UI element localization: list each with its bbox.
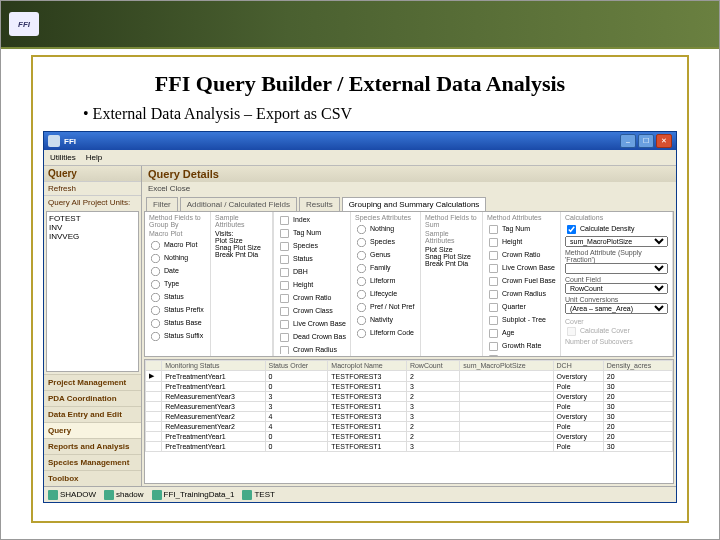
results-grid[interactable]: Monitoring StatusStatus OrderMacroplot N…: [144, 359, 674, 484]
unit-item[interactable]: INVVEG: [49, 232, 136, 241]
project-units-list[interactable]: FOTESTINVINVVEG: [46, 211, 139, 372]
statusbar-item[interactable]: FFI_TrainingData_1: [152, 490, 235, 500]
tab-results[interactable]: Results: [299, 197, 340, 211]
field-tag-num[interactable]: Tag Num: [487, 223, 556, 236]
tab-additional-calculated-fields[interactable]: Additional / Calculated Fields: [180, 197, 297, 211]
field-height[interactable]: Height: [487, 236, 556, 249]
tab-filter[interactable]: Filter: [146, 197, 178, 211]
unit-item[interactable]: INV: [49, 223, 136, 232]
col-header[interactable]: sum_MacroPlotSize: [460, 361, 553, 371]
col-header[interactable]: Macroplot Name: [328, 361, 407, 371]
menu-utilities[interactable]: Utilities: [50, 153, 76, 162]
db-icon: [242, 490, 252, 500]
field-height[interactable]: Height: [278, 279, 346, 292]
minimize-button[interactable]: –: [620, 134, 636, 148]
field-nativity[interactable]: Nativity: [355, 314, 416, 327]
field-live-crown-base-ht[interactable]: Live Crown Base Ht: [487, 262, 556, 275]
field-nothing[interactable]: Nothing: [149, 252, 206, 265]
statusbar-item[interactable]: SHADOW: [48, 490, 96, 500]
calc-macroplot-select[interactable]: sum_MacroPlotSize: [565, 236, 668, 247]
calc-cover-check[interactable]: Calculate Cover: [565, 325, 668, 338]
col-header[interactable]: Monitoring Status: [162, 361, 265, 371]
statusbar-item[interactable]: shadow: [104, 490, 144, 500]
col-header[interactable]: Status Order: [265, 361, 328, 371]
calc-head: Calculations: [565, 214, 668, 221]
field-status[interactable]: Status: [278, 253, 346, 266]
field-dead-crown-base-ht[interactable]: Dead Crown Base Ht: [278, 331, 346, 344]
field-species[interactable]: Species: [278, 240, 346, 253]
unit-item[interactable]: FOTEST: [49, 214, 136, 223]
sidebar-nav-project-management[interactable]: Project Management: [44, 374, 141, 390]
field-lifeform[interactable]: Lifeform: [355, 275, 416, 288]
titlebar[interactable]: FFI – ☐ ✕: [44, 132, 676, 150]
table-row[interactable]: ▶PreTreatmentYear10TESTFOREST32Overstory…: [146, 371, 673, 382]
field-crown-fuel-base-ht[interactable]: Crown Fuel Base Ht: [487, 275, 556, 288]
field-macro-plot[interactable]: Macro Plot: [149, 239, 206, 252]
field-crown-radius[interactable]: Crown Radius: [487, 288, 556, 301]
main-toolbar[interactable]: Excel Close: [142, 182, 676, 195]
sidebar-nav-pda-coordination[interactable]: PDA Coordination: [44, 390, 141, 406]
table-row[interactable]: ReMeasurementYear24TESTFOREST33Overstory…: [146, 412, 673, 422]
field-genus[interactable]: Genus: [355, 249, 416, 262]
field-date[interactable]: Date: [149, 265, 206, 278]
field-dbh[interactable]: DBH: [278, 266, 346, 279]
field-family[interactable]: Family: [355, 262, 416, 275]
field-status-prefix[interactable]: Status Prefix: [149, 304, 206, 317]
col-header[interactable]: Density_acres: [603, 361, 672, 371]
field-quarter[interactable]: Quarter: [487, 301, 556, 314]
field-status[interactable]: Status: [149, 291, 206, 304]
sum-meta: Snag Plot Size: [425, 253, 478, 260]
field-status-base[interactable]: Status Base: [149, 317, 206, 330]
sum-head: Method Fields to Sum: [425, 214, 478, 228]
col-header[interactable]: [146, 361, 162, 371]
col-header[interactable]: RowCount: [406, 361, 459, 371]
field-growth-rate[interactable]: Growth Rate: [487, 340, 556, 353]
field-species[interactable]: Species: [355, 236, 416, 249]
statusbar: SHADOWshadowFFI_TrainingData_1TEST: [44, 486, 676, 502]
statusbar-item[interactable]: TEST: [242, 490, 274, 500]
field-pref-not-pref[interactable]: Pref / Not Pref: [355, 301, 416, 314]
field-crown-ratio[interactable]: Crown Ratio: [278, 292, 346, 305]
sidebar-nav-data-entry-and-edit[interactable]: Data Entry and Edit: [44, 406, 141, 422]
db-icon: [104, 490, 114, 500]
calc-area-select[interactable]: (Area – same_Area): [565, 303, 668, 314]
table-row[interactable]: ReMeasurementYear33TESTFOREST32Overstory…: [146, 392, 673, 402]
sum-meta: Plot Size: [425, 246, 478, 253]
field-age[interactable]: Age: [487, 327, 556, 340]
sidebar-nav-species-management[interactable]: Species Management: [44, 454, 141, 470]
calc-count-select[interactable]: RowCount: [565, 283, 668, 294]
field-status-suffix[interactable]: Status Suffix: [149, 330, 206, 343]
field-index[interactable]: Index: [278, 214, 346, 227]
table-row[interactable]: PreTreatmentYear10TESTFOREST13Pole30: [146, 442, 673, 452]
table-row[interactable]: ReMeasurementYear33TESTFOREST13Pole30: [146, 402, 673, 412]
field-crown-class[interactable]: Crown Class: [278, 305, 346, 318]
sidebar-nav-toolbox[interactable]: Toolbox: [44, 470, 141, 486]
species-head: Species Attributes: [355, 214, 416, 221]
field-crown-radius[interactable]: Crown Radius: [278, 344, 346, 354]
menubar: Utilities Help: [44, 150, 676, 166]
refresh-link[interactable]: Refresh: [44, 181, 141, 195]
sidebar-nav-query[interactable]: Query: [44, 422, 141, 438]
field-tag-num[interactable]: Tag Num: [278, 227, 346, 240]
field-ladder-bri[interactable]: Ladder BRI: [487, 353, 556, 356]
field-lifeform-code[interactable]: Lifeform Code: [355, 327, 416, 340]
calc-supply-select[interactable]: [565, 263, 668, 274]
table-row[interactable]: PreTreatmentYear10TESTFOREST13Pole30: [146, 382, 673, 392]
menu-help[interactable]: Help: [86, 153, 102, 162]
field-subplot-tree[interactable]: Subplot - Tree: [487, 314, 556, 327]
table-row[interactable]: PreTreatmentYear10TESTFOREST12Overstory2…: [146, 432, 673, 442]
field-lifecycle[interactable]: Lifecycle: [355, 288, 416, 301]
col-header[interactable]: DCH: [553, 361, 603, 371]
field-nothing[interactable]: Nothing: [355, 223, 416, 236]
calc-density-check[interactable]: Calculate Density: [565, 223, 668, 236]
maximize-button[interactable]: ☐: [638, 134, 654, 148]
macro-head: Macro Plot: [149, 230, 206, 237]
tab-grouping-and-summary-calculations[interactable]: Grouping and Summary Calculations: [342, 197, 487, 211]
calc-subcover-label: Number of Subcovers: [565, 338, 668, 345]
table-row[interactable]: ReMeasurementYear24TESTFOREST12Pole20: [146, 422, 673, 432]
field-live-crown-base-ht[interactable]: Live Crown Base Ht: [278, 318, 346, 331]
field-crown-ratio[interactable]: Crown Ratio: [487, 249, 556, 262]
sidebar-nav-reports-and-analysis[interactable]: Reports and Analysis: [44, 438, 141, 454]
field-type[interactable]: Type: [149, 278, 206, 291]
close-button[interactable]: ✕: [656, 134, 672, 148]
